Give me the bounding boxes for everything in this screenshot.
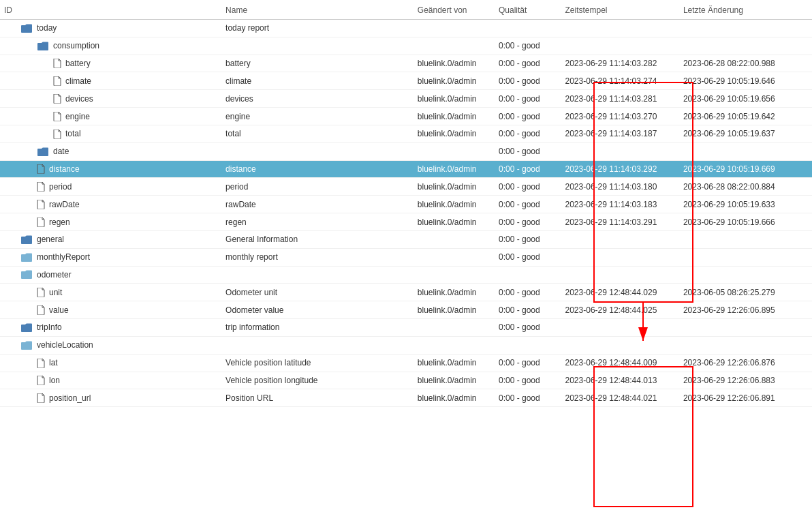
row-id-label: climate (65, 76, 91, 86)
cell-timestamp: 2023-06-29 11:14:03.291 (561, 213, 679, 231)
table-row[interactable]: periodperiodbluelink.0/admin0:00 - good2… (0, 178, 812, 196)
row-id-label: odometer (37, 270, 72, 280)
cell-id: total (0, 125, 221, 142)
table-header-row: ID Name Geändert von Qualität Zeitstempe… (0, 0, 812, 20)
table-row[interactable]: devicesdevicesbluelink.0/admin0:00 - goo… (0, 90, 812, 108)
row-id-label: period (49, 182, 72, 192)
cell-changed-by (413, 266, 495, 284)
cell-id: general (0, 230, 221, 248)
cell-name (221, 142, 413, 160)
cell-id: devices (0, 90, 221, 108)
table-row[interactable]: engineenginebluelink.0/admin0:00 - good2… (0, 108, 812, 125)
cell-changed-by (413, 319, 495, 337)
cell-last-change (679, 142, 812, 160)
row-id-label: rawDate (49, 200, 80, 209)
cell-name: regen (221, 213, 413, 231)
table-row[interactable]: distancedistancebluelink.0/admin0:00 - g… (0, 160, 812, 178)
file-icon (53, 76, 65, 86)
table-row[interactable]: vehicleLocation (0, 336, 812, 354)
table-row[interactable]: totaltotalbluelink.0/admin0:00 - good202… (0, 125, 812, 142)
cell-last-change: 2023-06-29 10:05:19.637 (679, 125, 812, 142)
cell-quality: 0:00 - good (495, 178, 561, 196)
table-row[interactable]: generalGeneral Information0:00 - good (0, 230, 812, 248)
cell-last-change: 2023-06-29 12:26:06.895 (679, 301, 812, 319)
cell-timestamp (561, 37, 679, 55)
table-row[interactable]: unitOdometer unitbluelink.0/admin0:00 - … (0, 284, 812, 301)
col-header-quality: Qualität (495, 0, 561, 20)
cell-quality: 0:00 - good (495, 125, 561, 142)
cell-name: climate (221, 72, 413, 90)
table-row[interactable]: todaytoday report (0, 20, 812, 37)
cell-id: engine (0, 108, 221, 125)
cell-quality: 0:00 - good (495, 90, 561, 108)
table-row[interactable]: position_urlPosition URLbluelink.0/admin… (0, 389, 812, 407)
col-header-timestamp: Zeitstempel (561, 0, 679, 20)
cell-quality (495, 20, 561, 37)
table-row[interactable]: lonVehicle position longitudebluelink.0/… (0, 372, 812, 389)
cell-name: rawDate (221, 196, 413, 213)
col-header-last: Letzte Änderung (679, 0, 812, 20)
row-id-label: battery (65, 59, 91, 68)
main-table-container: ID Name Geändert von Qualität Zeitstempe… (0, 0, 812, 512)
table-row[interactable]: valueOdometer valuebluelink.0/admin0:00 … (0, 301, 812, 319)
table-row[interactable]: monthlyReportmonthly report0:00 - good (0, 248, 812, 266)
cell-name: General Information (221, 230, 413, 248)
folder-icon (20, 23, 37, 33)
cell-timestamp (561, 248, 679, 266)
cell-quality: 0:00 - good (495, 160, 561, 178)
cell-name (221, 266, 413, 284)
table-row[interactable]: batterybatterybluelink.0/admin0:00 - goo… (0, 55, 812, 72)
row-id-label: today (37, 23, 57, 33)
cell-last-change (679, 319, 812, 337)
file-icon (37, 376, 49, 386)
folder-icon (37, 41, 53, 51)
row-id-label: value (49, 305, 69, 315)
cell-timestamp: 2023-06-29 11:14:03.183 (561, 196, 679, 213)
cell-id: position_url (0, 389, 221, 407)
row-id-label: position_url (49, 393, 91, 403)
cell-timestamp: 2023-06-29 11:14:03.281 (561, 90, 679, 108)
cell-id: lon (0, 372, 221, 389)
row-id-label: devices (65, 94, 93, 104)
cell-id: vehicleLocation (0, 336, 221, 354)
cell-quality: 0:00 - good (495, 142, 561, 160)
row-id-label: vehicleLocation (37, 340, 93, 350)
cell-quality: 0:00 - good (495, 248, 561, 266)
cell-last-change: 2023-06-29 10:05:19.669 (679, 160, 812, 178)
table-row[interactable]: climateclimatebluelink.0/admin0:00 - goo… (0, 72, 812, 90)
cell-timestamp: 2023-06-29 11:14:03.180 (561, 178, 679, 196)
file-icon (37, 287, 49, 297)
cell-changed-by (413, 20, 495, 37)
col-header-changed: Geändert von (413, 0, 495, 20)
table-row[interactable]: regenregenbluelink.0/admin0:00 - good202… (0, 213, 812, 231)
cell-last-change: 2023-06-29 10:05:19.656 (679, 90, 812, 108)
file-icon (37, 199, 49, 209)
cell-name: trip information (221, 319, 413, 337)
table-row[interactable]: latVehicle position latitudebluelink.0/a… (0, 354, 812, 372)
cell-timestamp (561, 319, 679, 337)
row-id-label: total (65, 129, 81, 138)
table-row[interactable]: rawDaterawDatebluelink.0/admin0:00 - goo… (0, 196, 812, 213)
cell-changed-by: bluelink.0/admin (413, 90, 495, 108)
cell-quality: 0:00 - good (495, 230, 561, 248)
cell-name: today report (221, 20, 413, 37)
cell-timestamp: 2023-06-29 12:48:44.025 (561, 301, 679, 319)
cell-last-change: 2023-06-28 08:22:00.884 (679, 178, 812, 196)
table-row[interactable]: odometer (0, 266, 812, 284)
table-row[interactable]: consumption0:00 - good (0, 37, 812, 55)
cell-timestamp (561, 20, 679, 37)
cell-id: unit (0, 284, 221, 301)
cell-quality: 0:00 - good (495, 389, 561, 407)
cell-id: distance (0, 160, 221, 178)
cell-quality: 0:00 - good (495, 319, 561, 337)
table-row[interactable]: date0:00 - good (0, 142, 812, 160)
cell-timestamp: 2023-06-29 12:48:44.021 (561, 389, 679, 407)
table-row[interactable]: tripInfotrip information0:00 - good (0, 319, 812, 337)
cell-changed-by (413, 248, 495, 266)
cell-changed-by: bluelink.0/admin (413, 178, 495, 196)
cell-changed-by: bluelink.0/admin (413, 196, 495, 213)
cell-quality: 0:00 - good (495, 55, 561, 72)
folder-icon (37, 147, 53, 157)
cell-id: tripInfo (0, 319, 221, 337)
cell-name: devices (221, 90, 413, 108)
